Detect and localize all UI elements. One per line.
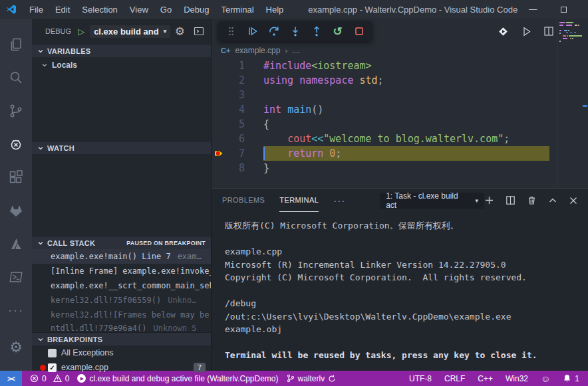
line-content[interactable]	[263, 88, 549, 102]
terminal-picker-dropdown[interactable]: 1: Task - cl.exe build act ▾	[380, 193, 484, 209]
close-button[interactable]: ✕	[579, 0, 588, 19]
panel-more-tabs-icon[interactable]: ···	[333, 195, 345, 206]
azure-icon[interactable]	[0, 227, 32, 260]
code-line-3[interactable]: 3	[212, 88, 588, 102]
more-icon[interactable]: ···	[0, 294, 32, 327]
call-stack-item[interactable]: ntdll.dll!779e96a4()Unknown S	[32, 322, 211, 332]
problems-status[interactable]: 0 0	[30, 374, 69, 383]
debug-console-icon[interactable]	[194, 26, 204, 37]
line-content[interactable]: using namespace std;	[263, 73, 549, 88]
run-extension-icon[interactable]	[497, 25, 510, 38]
powershell-icon[interactable]	[0, 260, 32, 294]
breadcrumb-file[interactable]: example.cpp	[235, 46, 280, 55]
split-editor-icon[interactable]	[543, 26, 554, 37]
call-stack-item[interactable]: example.exe!__scrt_common_main_seh	[32, 278, 211, 293]
terminal-output[interactable]: 版权所有(C) Microsoft Corporation。保留所有权利。 ex…	[212, 212, 588, 371]
variables-section-header[interactable]: VARIABLES	[32, 44, 211, 57]
code-line-1[interactable]: 1#include<iostream>	[212, 58, 588, 73]
split-terminal-icon[interactable]	[506, 195, 515, 205]
line-content[interactable]: {	[263, 117, 549, 132]
tab-problems[interactable]: PROBLEMS	[222, 189, 265, 212]
continue-icon[interactable]	[243, 23, 262, 40]
breakpoint-checkbox[interactable]: ✓	[48, 363, 57, 372]
line-content[interactable]: return 0;	[263, 146, 549, 161]
language-status[interactable]: C++	[478, 374, 493, 383]
gitlab-icon[interactable]	[0, 194, 32, 227]
gutter[interactable]	[212, 88, 226, 102]
search-icon[interactable]	[0, 61, 32, 94]
code-line-6[interactable]: 6 cout<<"welcome to blog.walterlv.com";	[212, 132, 588, 146]
minimap[interactable]	[557, 21, 582, 188]
breakpoint-gutter[interactable]	[212, 146, 226, 161]
breakpoint-item[interactable]: ✓example.cpp7	[32, 360, 211, 375]
locals-row[interactable]: Locals	[32, 57, 211, 73]
encoding-status[interactable]: UTF-8	[409, 374, 432, 383]
step-over-icon[interactable]	[264, 23, 283, 40]
code-line-4[interactable]: 4int main()	[212, 102, 588, 117]
menu-terminal[interactable]: Terminal	[215, 0, 259, 19]
menu-debug[interactable]: Debug	[178, 0, 215, 19]
debug-icon[interactable]	[0, 128, 32, 161]
breakpoint-item[interactable]: All Exceptions	[32, 345, 211, 360]
restart-icon[interactable]: ↺	[328, 23, 347, 40]
overview-ruler[interactable]	[583, 19, 588, 188]
line-content[interactable]: int main()	[263, 102, 549, 117]
code-line-7[interactable]: 7 return 0;	[212, 146, 588, 161]
new-terminal-icon[interactable]	[484, 195, 494, 205]
settings-gear-icon[interactable]: ⚙	[0, 331, 32, 364]
configure-gear-icon[interactable]: ⚙	[175, 25, 185, 39]
stop-icon[interactable]	[349, 23, 368, 40]
minimize-button[interactable]: —	[517, 0, 548, 19]
debug-task-status[interactable]: ▶ cl.exe build and debug active file (Wa…	[77, 374, 278, 383]
maximize-panel-icon[interactable]	[548, 196, 557, 205]
breadcrumb-more[interactable]: …	[292, 46, 300, 55]
source-control-icon[interactable]	[0, 94, 32, 128]
debug-config-dropdown[interactable]: cl.exe build and ▾	[90, 25, 170, 38]
breakpoint-checkbox[interactable]	[48, 349, 57, 357]
watch-section-header[interactable]: WATCH	[32, 141, 211, 154]
menu-edit[interactable]: Edit	[49, 0, 76, 19]
code-line-2[interactable]: 2using namespace std;	[212, 73, 588, 88]
menu-file[interactable]: File	[23, 0, 49, 19]
gutter[interactable]	[212, 161, 226, 175]
code-lines[interactable]: 1#include<iostream>2using namespace std;…	[212, 57, 588, 175]
notifications-status[interactable]: 1	[563, 374, 579, 383]
gutter[interactable]	[212, 73, 226, 88]
step-out-icon[interactable]	[307, 23, 326, 40]
gutter[interactable]	[212, 117, 226, 132]
menu-go[interactable]: Go	[154, 0, 178, 19]
call-stack-item[interactable]: [Inline Frame] example.exe!invoke_	[32, 264, 211, 278]
breadcrumb[interactable]: C+ example.cpp › …	[212, 44, 588, 57]
call-stack-item[interactable]: example.exe!main() Line 7exam…	[32, 249, 211, 264]
call-stack-item[interactable]: kernel32.dll!75f06559()Unkno…	[32, 293, 211, 308]
explorer-icon[interactable]	[0, 28, 32, 61]
call-stack-section-header[interactable]: CALL STACK PAUSED ON BREAKPOINT	[32, 236, 211, 249]
run-outline-icon[interactable]	[521, 26, 532, 37]
line-content[interactable]: }	[263, 161, 549, 175]
code-line-8[interactable]: 8}	[212, 161, 588, 175]
maximize-button[interactable]	[548, 0, 579, 19]
menu-help[interactable]: Help	[260, 0, 290, 19]
platform-status[interactable]: Win32	[506, 374, 528, 383]
code-line-5[interactable]: 5{	[212, 117, 588, 132]
step-into-icon[interactable]	[285, 23, 305, 40]
breakpoints-section-header[interactable]: BREAKPOINTS	[32, 332, 211, 345]
drag-handle-icon[interactable]	[221, 23, 241, 40]
line-content[interactable]: #include<iostream>	[263, 58, 549, 73]
close-panel-icon[interactable]	[569, 196, 578, 205]
gutter[interactable]	[212, 132, 226, 146]
gutter[interactable]	[212, 102, 226, 117]
eol-status[interactable]: CRLF	[444, 374, 465, 383]
git-branch-status[interactable]: walterlv	[287, 374, 337, 383]
remote-indicator[interactable]: ><	[0, 371, 22, 386]
menu-selection[interactable]: Selection	[76, 0, 123, 19]
gutter[interactable]	[212, 58, 226, 73]
kill-terminal-icon[interactable]	[527, 195, 537, 205]
line-content[interactable]: cout<<"welcome to blog.walterlv.com";	[263, 132, 549, 146]
call-stack-item[interactable]: kernel32.dll![Frames below may be	[32, 308, 211, 322]
extensions-icon[interactable]	[0, 161, 32, 194]
menu-view[interactable]: View	[124, 0, 154, 19]
start-debug-icon[interactable]: ▷	[78, 27, 84, 37]
feedback-smiley-icon[interactable]: ☺	[541, 373, 550, 384]
tab-terminal[interactable]: TERMINAL	[279, 189, 319, 212]
